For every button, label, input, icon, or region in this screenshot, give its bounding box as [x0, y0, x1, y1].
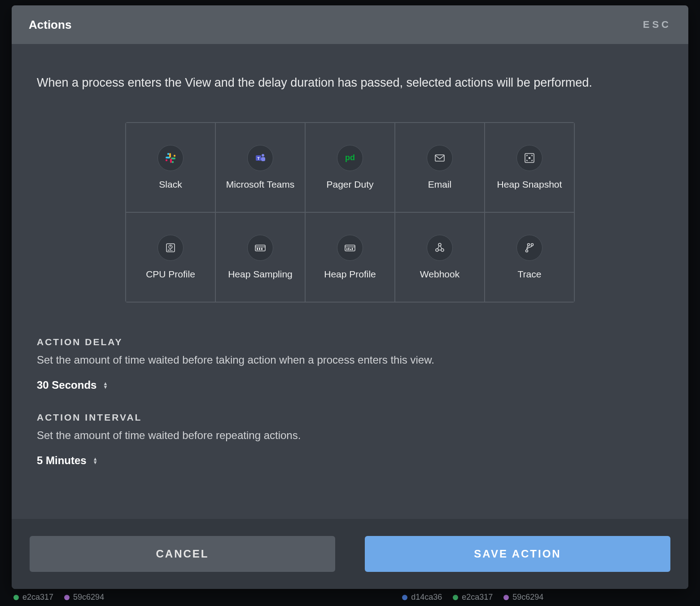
modal-backdrop: Actions ESC When a process enters the Vi…	[0, 0, 700, 606]
action-slack[interactable]: Slack	[126, 123, 215, 212]
slack-icon	[158, 145, 184, 171]
svg-rect-20	[171, 250, 172, 251]
action-label: Microsoft Teams	[226, 179, 295, 190]
svg-rect-29	[352, 248, 353, 250]
heapprofile-icon	[337, 235, 363, 261]
action-label: CPU Profile	[146, 269, 195, 280]
svg-rect-24	[261, 248, 262, 250]
action-delay-stepper[interactable]: 30 Seconds ▲▼	[37, 379, 108, 391]
svg-point-7	[167, 153, 169, 155]
action-grid: Slack T Microsoft Teams	[125, 122, 575, 303]
stepper-arrows-icon: ▲▼	[93, 457, 98, 464]
action-heapprofile[interactable]: Heap Profile	[305, 212, 395, 302]
heapsampling-icon	[247, 235, 273, 261]
action-webhook[interactable]: Webhook	[395, 212, 485, 302]
svg-rect-28	[350, 249, 351, 250]
action-delay-value: 30 Seconds	[37, 379, 96, 391]
action-label: Heap Snapshot	[497, 179, 562, 190]
svg-point-30	[438, 243, 441, 246]
modal-footer: CANCEL SAVE ACTION	[12, 519, 688, 589]
action-label: Trace	[518, 269, 542, 280]
action-interval-stepper[interactable]: 5 Minutes ▲▼	[37, 454, 98, 467]
action-label: Pager Duty	[326, 179, 373, 190]
pagerduty-icon: pd	[337, 145, 363, 171]
action-interval-help: Set the amount of time waited before rep…	[37, 429, 663, 442]
actions-modal: Actions ESC When a process enters the Vi…	[12, 5, 688, 589]
action-label: Slack	[159, 179, 182, 190]
cpuprofile-icon	[158, 235, 184, 261]
svg-rect-25	[345, 245, 355, 251]
svg-rect-19	[170, 249, 171, 251]
svg-rect-2	[169, 153, 171, 158]
action-interval-label: ACTION INTERVAL	[37, 412, 663, 423]
action-cpuprofile[interactable]: CPU Profile	[126, 212, 215, 302]
stepper-arrows-icon: ▲▼	[103, 382, 108, 389]
modal-body: When a process enters the View and the d…	[12, 44, 688, 519]
action-delay-label: ACTION DELAY	[37, 337, 663, 347]
modal-title: Actions	[29, 18, 71, 32]
heapsnapshot-icon	[516, 145, 542, 171]
action-email[interactable]: Email	[395, 123, 485, 212]
close-esc-button[interactable]: ESC	[643, 19, 671, 31]
svg-rect-3	[170, 158, 172, 163]
action-label: Heap Sampling	[228, 269, 293, 280]
svg-rect-27	[348, 248, 350, 250]
svg-rect-15	[529, 157, 530, 159]
webhook-icon	[427, 235, 453, 261]
action-interval-value: 5 Minutes	[37, 454, 87, 467]
email-icon	[427, 145, 453, 171]
action-label: Webhook	[420, 269, 459, 280]
svg-point-32	[441, 249, 444, 251]
intro-text: When a process enters the View and the d…	[37, 75, 663, 91]
svg-point-34	[531, 244, 534, 246]
svg-rect-18	[168, 250, 169, 251]
svg-rect-23	[259, 248, 260, 250]
svg-text:pd: pd	[345, 153, 355, 162]
msteams-icon: T	[247, 145, 273, 171]
svg-point-4	[166, 159, 167, 161]
action-delay-help: Set the amount of time waited before tak…	[37, 354, 663, 366]
action-pagerduty[interactable]: pd Pager Duty	[305, 123, 395, 212]
svg-rect-22	[257, 248, 258, 250]
action-msteams[interactable]: T Microsoft Teams	[215, 123, 305, 212]
svg-point-10	[262, 154, 264, 157]
svg-point-31	[436, 249, 438, 251]
svg-text:T: T	[257, 156, 260, 161]
svg-rect-26	[346, 248, 348, 250]
action-heapsampling[interactable]: Heap Sampling	[215, 212, 305, 302]
cancel-button[interactable]: CANCEL	[30, 536, 335, 572]
save-action-button[interactable]: SAVE ACTION	[365, 536, 670, 572]
trace-icon	[516, 235, 542, 261]
action-label: Heap Profile	[324, 269, 376, 280]
action-trace[interactable]: Trace	[485, 212, 574, 302]
svg-rect-11	[261, 157, 265, 161]
svg-point-6	[172, 161, 174, 163]
svg-point-35	[528, 244, 530, 246]
svg-point-5	[174, 155, 175, 157]
action-label: Email	[428, 179, 452, 190]
action-heapsnapshot[interactable]: Heap Snapshot	[485, 123, 574, 212]
svg-rect-13	[435, 155, 444, 161]
svg-point-33	[526, 250, 528, 252]
modal-header: Actions ESC	[12, 5, 688, 44]
